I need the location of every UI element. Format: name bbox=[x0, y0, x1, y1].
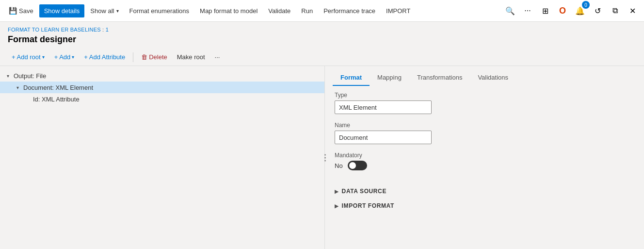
right-panel: Format Mapping Transformations Validatio… bbox=[325, 66, 644, 249]
tree-label-id: Id: XML Attribute bbox=[33, 96, 80, 103]
tab-transformations[interactable]: Transformations bbox=[409, 70, 470, 86]
delete-button[interactable]: 🗑 Delete bbox=[137, 51, 171, 63]
toggle-knob bbox=[349, 162, 356, 169]
tab-validations-label: Validations bbox=[478, 74, 508, 81]
grid-button[interactable]: ⊞ bbox=[537, 3, 553, 18]
add-attribute-button[interactable]: + Add Attribute bbox=[80, 51, 129, 63]
close-button[interactable]: ✕ bbox=[625, 3, 640, 18]
type-input[interactable] bbox=[335, 100, 432, 114]
add-label: + Add bbox=[54, 53, 71, 61]
drag-dot-2 bbox=[324, 157, 326, 158]
format-enumerations-label: Format enumerations bbox=[129, 7, 190, 15]
expand-output-icon[interactable]: ▾ bbox=[4, 72, 12, 80]
type-label: Type bbox=[335, 92, 634, 99]
type-field-group: Type bbox=[335, 92, 634, 114]
secondary-toolbar: + Add root ▾ + Add ▾ + Add Attribute 🗑 D… bbox=[0, 49, 644, 66]
mandatory-toggle-row: No bbox=[335, 161, 634, 170]
make-root-label: Make root bbox=[177, 53, 205, 61]
import-button[interactable]: IMPORT bbox=[381, 4, 415, 17]
name-label: Name bbox=[335, 122, 634, 129]
run-button[interactable]: Run bbox=[296, 4, 318, 17]
toolbar-separator bbox=[133, 52, 133, 62]
add-root-label: + Add root bbox=[12, 53, 41, 61]
tab-mapping-label: Mapping bbox=[377, 74, 402, 81]
office-button[interactable]: O bbox=[555, 3, 570, 18]
breadcrumb: FORMAT TO LEARN ER BASELINES : 1 bbox=[8, 27, 636, 33]
name-input[interactable] bbox=[335, 131, 432, 144]
page-title: Format designer bbox=[8, 34, 636, 45]
drag-dot-1 bbox=[324, 154, 326, 155]
show-details-button[interactable]: Show details bbox=[39, 4, 85, 17]
notification-count: 0 bbox=[582, 1, 590, 9]
more-actions-icon: ··· bbox=[215, 53, 220, 61]
data-source-arrow: ▶ bbox=[335, 189, 339, 194]
expand-document-icon[interactable]: ▾ bbox=[14, 83, 21, 91]
add-attribute-label: + Add Attribute bbox=[84, 53, 125, 61]
mandatory-label: Mandatory bbox=[335, 152, 634, 159]
toolbar-right-actions: 🔍 ··· ⊞ O 🔔 0 ↺ ⧉ ✕ bbox=[502, 3, 640, 18]
search-button[interactable]: 🔍 bbox=[502, 3, 518, 18]
add-root-button[interactable]: + Add root ▾ bbox=[8, 51, 48, 63]
more-actions-button[interactable]: ··· bbox=[211, 51, 224, 63]
tree-label-output-file: Output: File bbox=[14, 72, 46, 80]
import-format-header: ▶ IMPORT FORMAT bbox=[335, 202, 634, 209]
make-root-button[interactable]: Make root bbox=[173, 51, 209, 63]
tab-format-label: Format bbox=[340, 74, 362, 81]
save-button[interactable]: 💾 Save bbox=[4, 4, 38, 17]
mandatory-toggle-text: No bbox=[335, 162, 343, 169]
save-icon: 💾 bbox=[9, 7, 17, 15]
tree-item-output-file[interactable]: ▾ Output: File bbox=[0, 70, 324, 82]
tree-panel: ▾ Output: File ▾ Document: XML Element ▾… bbox=[0, 66, 325, 249]
mandatory-toggle[interactable] bbox=[348, 161, 367, 170]
performance-trace-button[interactable]: Performance trace bbox=[319, 4, 380, 17]
refresh-button[interactable]: ↺ bbox=[590, 3, 605, 18]
tree-item-id[interactable]: ▾ Id: XML Attribute bbox=[0, 93, 324, 105]
tab-validations[interactable]: Validations bbox=[470, 70, 516, 86]
tab-mapping[interactable]: Mapping bbox=[370, 70, 409, 86]
panel-resize-handle[interactable] bbox=[322, 152, 328, 163]
name-field-group: Name bbox=[335, 122, 634, 144]
tree-item-document[interactable]: ▾ Document: XML Element bbox=[0, 82, 324, 93]
search-icon: 🔍 bbox=[505, 6, 515, 16]
notification-badge: 🔔 0 bbox=[572, 3, 588, 18]
tree-label-document: Document: XML Element bbox=[23, 84, 93, 91]
expand-id-icon: ▾ bbox=[23, 95, 31, 103]
drag-dot-3 bbox=[324, 160, 326, 161]
add-root-chevron: ▾ bbox=[42, 54, 45, 60]
breadcrumb-number: 1 bbox=[106, 27, 109, 33]
add-button[interactable]: + Add ▾ bbox=[50, 51, 79, 63]
close-icon: ✕ bbox=[629, 6, 636, 16]
grid-icon: ⊞ bbox=[542, 6, 548, 16]
office-icon: O bbox=[559, 6, 566, 16]
import-label: IMPORT bbox=[386, 7, 410, 15]
breadcrumb-text: FORMAT TO LEARN ER BASELINES bbox=[8, 27, 101, 33]
popout-icon: ⧉ bbox=[612, 6, 618, 15]
data-source-label: DATA SOURCE bbox=[342, 188, 386, 195]
data-source-section[interactable]: ▶ DATA SOURCE bbox=[325, 184, 644, 199]
ellipsis-icon: ··· bbox=[524, 6, 531, 15]
data-source-header: ▶ DATA SOURCE bbox=[335, 188, 634, 195]
format-enumerations-button[interactable]: Format enumerations bbox=[125, 4, 194, 17]
delete-label: Delete bbox=[149, 53, 167, 61]
validate-label: Validate bbox=[268, 7, 290, 15]
show-all-button[interactable]: Show all ▾ bbox=[85, 4, 123, 17]
more-options-button[interactable]: ··· bbox=[520, 3, 535, 18]
popout-button[interactable]: ⧉ bbox=[607, 3, 623, 18]
tab-format[interactable]: Format bbox=[333, 70, 370, 86]
main-toolbar: 💾 Save Show details Show all ▾ Format en… bbox=[0, 0, 644, 22]
show-details-label: Show details bbox=[44, 7, 80, 15]
performance-trace-label: Performance trace bbox=[323, 7, 375, 15]
import-format-section[interactable]: ▶ IMPORT FORMAT bbox=[325, 199, 644, 213]
map-format-button[interactable]: Map format to model bbox=[195, 4, 262, 17]
import-format-arrow: ▶ bbox=[335, 203, 339, 209]
right-panel-tabs: Format Mapping Transformations Validatio… bbox=[325, 66, 644, 86]
page-header: FORMAT TO LEARN ER BASELINES : 1 Format … bbox=[0, 22, 644, 49]
add-chevron: ▾ bbox=[72, 54, 74, 60]
content-wrapper: ▾ Output: File ▾ Document: XML Element ▾… bbox=[0, 66, 644, 249]
tab-transformations-label: Transformations bbox=[417, 74, 462, 81]
format-form: Type Name Mandatory No bbox=[325, 86, 644, 184]
mandatory-field-group: Mandatory No bbox=[335, 152, 634, 170]
validate-button[interactable]: Validate bbox=[263, 4, 295, 17]
show-all-label: Show all bbox=[90, 7, 114, 15]
chevron-down-icon: ▾ bbox=[116, 8, 119, 14]
